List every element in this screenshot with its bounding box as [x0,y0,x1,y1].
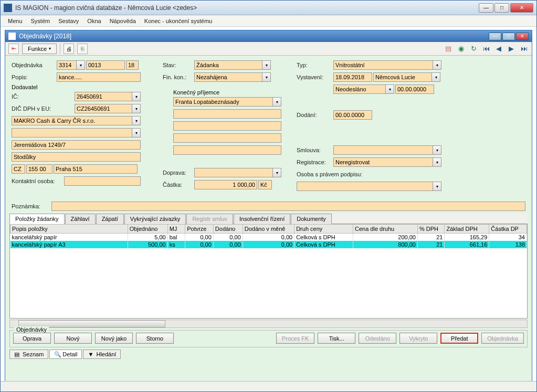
close-button[interactable]: ✕ [510,3,533,13]
tab-zahlavi[interactable]: Záhlaví [65,214,96,224]
col-cenadruhu[interactable]: Cena dle druhu [353,225,417,234]
grid-hscrollbar[interactable] [9,320,528,328]
tisk-button[interactable]: Tisk... [318,333,355,344]
zeme-field[interactable]: CZ [12,164,25,174]
col-zaklad[interactable]: Základ DPH [445,225,489,234]
menu-sestavy[interactable]: Sestavy [55,17,82,25]
vystaveni-date-field[interactable]: 18.09.2018 [333,72,372,82]
nav-first-icon[interactable]: ⏮ [481,44,491,54]
dodavatel-extra-field[interactable] [12,128,132,137]
toolbar-icon-1[interactable]: ▤ [444,44,453,54]
osoba-dropdown[interactable]: ▾ [433,182,441,191]
minimize-button[interactable]: — [479,3,493,13]
dic-dropdown[interactable]: ▾ [132,104,141,113]
dodavatel-name-dropdown[interactable]: ▾ [132,116,141,125]
predat-button[interactable]: Předat [440,333,478,344]
typ-field[interactable]: Vnitrostátní [333,60,433,70]
menu-napoveda[interactable]: Nápověda [107,17,139,25]
col-mj[interactable]: MJ [167,225,185,234]
tab-vykryvajici[interactable]: Vykrývající závazky [124,214,186,224]
novy-button[interactable]: Nový [54,333,92,344]
objednavka-series-field[interactable]: 3314 [57,60,77,70]
mesto-field[interactable]: Stodůlky [12,152,141,162]
inner-maximize-button[interactable]: □ [502,33,515,40]
col-dph[interactable]: % DPH [417,225,444,234]
oprava-button[interactable]: Oprava [13,333,51,344]
typ-dropdown[interactable]: ▾ [433,60,441,70]
col-castka[interactable]: Částka DP [489,225,527,234]
kontakt-field[interactable] [64,176,141,186]
ic-field[interactable]: 26450691 [75,92,132,101]
dic-field[interactable]: CZ26450691 [75,104,132,113]
stav-dropdown[interactable]: ▾ [262,60,271,70]
tab-zapati[interactable]: Zápatí [96,214,124,224]
maximize-button[interactable]: □ [494,3,509,13]
col-potvrze[interactable]: Potvrze [185,225,214,234]
castka-field[interactable]: 1 000,00 [194,180,257,189]
stav-field[interactable]: Žádanka [194,60,262,70]
funkce-button[interactable]: Funkce▾ [22,44,57,54]
grid[interactable]: Popis položky Objednáno MJ Potvrze Dodán… [9,224,528,319]
prijemce-field-3[interactable] [173,121,281,131]
poznamka-field[interactable] [51,202,525,211]
tab-polozky[interactable]: Položky žádanky [9,214,65,224]
prijemce-field[interactable]: Franta Lopatabeznásady [173,97,273,107]
col-dodanomena[interactable]: Dodáno v měně [243,225,294,234]
doprava-dropdown[interactable]: ▾ [273,168,281,177]
toolbar-icon-2[interactable]: ◉ [456,44,466,54]
ulice-field[interactable]: Jeremiášova 1249/7 [12,140,141,150]
smlouva-dropdown[interactable]: ▾ [433,145,441,155]
print-icon[interactable]: 🖨 [64,44,74,54]
psc-field[interactable]: 155 00 [26,164,52,174]
col-popis[interactable]: Popis položky [10,225,128,234]
dodavatel-extra-dropdown[interactable]: ▾ [132,128,141,137]
registrace-field[interactable]: Neregistrovat [333,157,433,167]
menu-okna[interactable]: Okna [84,17,104,25]
btab-seznam[interactable]: ▤Seznam [9,349,48,359]
ic-dropdown[interactable]: ▾ [132,92,141,101]
menu-menu[interactable]: Menu [5,17,26,25]
btab-detail[interactable]: 🔍Detail [49,349,82,359]
objednavka-series-dropdown[interactable]: ▾ [77,60,85,70]
table-row[interactable]: kancelářský papír A3 500,00 ks 0,00 0,00… [10,241,527,248]
smlouva-field[interactable] [333,145,433,155]
osoba-field[interactable] [297,182,433,191]
prijemce-field-5[interactable] [173,145,281,155]
inner-minimize-button[interactable]: — [489,33,501,40]
posta-field[interactable]: Praha 515 [54,164,138,174]
tab-insolvence[interactable]: Insolvenční řízení [234,214,290,224]
col-objednano[interactable]: Objednáno [128,225,167,234]
novyjako-button[interactable]: Nový jako [95,333,133,344]
odeslano-field[interactable]: Neodesláno [333,84,386,94]
col-druhceny[interactable]: Druh ceny [294,225,353,234]
objednavka-year-field[interactable]: 18 [126,60,139,70]
inner-close-button[interactable]: ✕ [516,33,529,40]
nav-next-icon[interactable]: ▶ [507,44,516,54]
nav-last-icon[interactable]: ⏭ [519,44,529,54]
col-dodano[interactable]: Dodáno [213,225,243,234]
menu-konec[interactable]: Konec - ukončení systému [141,17,216,25]
finkon-dropdown[interactable]: ▾ [262,72,271,82]
odeslano-dropdown[interactable]: ▾ [386,84,394,94]
menu-system[interactable]: Systém [28,17,54,25]
dodavatel-name-field[interactable]: MAKRO Cash & Carry ČR s.r.o. [12,116,132,125]
storno-button[interactable]: Storno [136,333,174,344]
table-row[interactable]: kancelářský papír 5,00 bal 0,00 0,00 0,0… [10,234,527,241]
objednavka-num-field[interactable]: 0013 [86,60,125,70]
tab-dokumenty[interactable]: Dokumenty [291,214,332,224]
prijemce-field-4[interactable] [173,133,281,143]
doprava-field[interactable] [194,168,273,177]
refresh-icon[interactable]: ↻ [469,44,478,54]
vystaveni-user-dropdown[interactable]: ▾ [432,72,440,82]
vystaveni-user-field[interactable]: Němcová Lucie [373,72,432,82]
dodani-field[interactable]: 00.00.0000 [333,110,372,120]
popis-field[interactable]: kance..... [57,72,141,82]
prijemce-dropdown[interactable]: ▾ [273,97,281,107]
btab-hledani[interactable]: ▼Hledání [83,349,121,359]
export-icon[interactable]: ⎘ [77,44,88,54]
toolbar-exit-icon[interactable]: ⇤ [8,44,19,54]
registrace-dropdown[interactable]: ▾ [433,157,441,167]
finkon-field[interactable]: Nezahájena [194,72,262,82]
nav-prev-icon[interactable]: ◀ [494,44,503,54]
odeslano-date-field[interactable]: 00.00.0000 [395,84,434,94]
